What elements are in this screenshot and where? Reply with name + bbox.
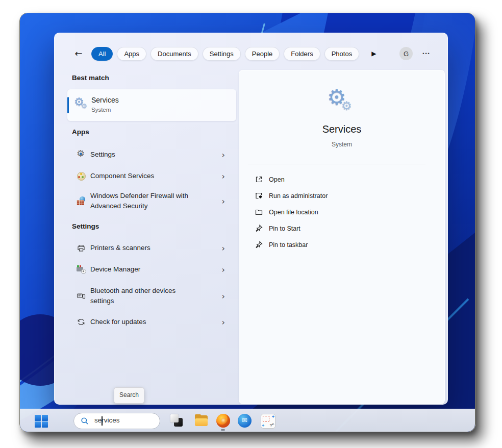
preview-panel: ⚙ ⚙ Services System Open bbox=[239, 70, 445, 404]
firefox-running-indicator bbox=[221, 429, 225, 431]
result-windows-defender-firewall[interactable]: Windows Defender Firewall with Advanced … bbox=[67, 188, 236, 214]
folder-icon bbox=[255, 208, 263, 216]
thunderbird-icon[interactable]: ✉ bbox=[238, 414, 252, 428]
divider bbox=[248, 164, 425, 164]
best-match-heading: Best match bbox=[72, 74, 109, 82]
refresh-icon bbox=[77, 317, 86, 327]
more-filters-icon[interactable]: ▶ bbox=[368, 49, 379, 58]
filter-tab-people[interactable]: People bbox=[245, 47, 280, 61]
result-printers-scanners[interactable]: Printers & scanners › bbox=[67, 239, 236, 257]
action-open[interactable]: Open bbox=[248, 173, 432, 186]
settings-section-heading: Settings bbox=[72, 222, 99, 230]
chevron-right-icon: › bbox=[222, 196, 225, 206]
selection-accent-bar bbox=[67, 97, 69, 113]
folder-front bbox=[195, 418, 208, 426]
best-match-subtitle: System bbox=[91, 107, 111, 113]
result-label: Printers & scanners bbox=[90, 243, 150, 253]
result-label: Component Services bbox=[90, 171, 154, 181]
more-options-icon[interactable]: ••• bbox=[419, 47, 434, 60]
action-label: Open file location bbox=[269, 209, 318, 216]
search-icon bbox=[81, 417, 89, 425]
action-pin-to-start[interactable]: Pin to Start bbox=[248, 222, 432, 235]
taskbar: services ✉ + + ✂ bbox=[20, 409, 475, 432]
firefox-core bbox=[221, 418, 227, 424]
result-label: Windows Defender Firewall with Advanced … bbox=[90, 191, 200, 211]
result-bluetooth-devices[interactable]: Bluetooth and other devices settings › bbox=[67, 283, 236, 309]
search-flyout-window: ← All Apps Documents Settings People Fol… bbox=[54, 33, 448, 405]
open-external-icon bbox=[255, 175, 263, 184]
filter-tab-apps[interactable]: Apps bbox=[117, 47, 146, 61]
screenshot-tool-icon[interactable]: + + ✂ bbox=[261, 414, 274, 428]
plus-glyph: + bbox=[262, 423, 264, 428]
preview-subtitle: System bbox=[239, 141, 444, 148]
action-label: Pin to Start bbox=[269, 225, 300, 232]
filter-tab-folders[interactable]: Folders bbox=[284, 47, 320, 61]
pin-icon bbox=[255, 240, 263, 249]
search-input-value: services bbox=[94, 416, 120, 424]
printer-icon bbox=[77, 243, 86, 253]
admin-shield-icon bbox=[255, 191, 263, 200]
filter-tab-all[interactable]: All bbox=[91, 47, 113, 61]
back-arrow-icon[interactable]: ← bbox=[73, 48, 84, 59]
plus-glyph: + bbox=[272, 414, 274, 419]
best-match-result-services[interactable]: ⚙ ⚙ Services System bbox=[67, 89, 236, 121]
desktop-screen: ← All Apps Documents Settings People Fol… bbox=[19, 13, 475, 432]
chevron-right-icon: › bbox=[222, 317, 225, 327]
preview-title: Services bbox=[239, 123, 444, 135]
filter-tab-documents[interactable]: Documents bbox=[150, 47, 198, 61]
firefox-icon[interactable] bbox=[216, 414, 230, 428]
action-label: Open bbox=[269, 176, 285, 183]
result-label: Bluetooth and other devices settings bbox=[90, 286, 200, 306]
device-manager-icon bbox=[77, 265, 86, 274]
windows-logo-icon bbox=[35, 415, 47, 428]
screenshot-tool-body: + + ✂ bbox=[261, 414, 275, 429]
account-avatar[interactable]: G bbox=[399, 47, 413, 60]
component-services-icon bbox=[77, 171, 86, 181]
services-gears-icon: ⚙ ⚙ bbox=[74, 96, 89, 112]
envelope-glyph: ✉ bbox=[238, 416, 252, 424]
services-gears-icon-large: ⚙ ⚙ bbox=[327, 87, 358, 115]
filter-tab-settings[interactable]: Settings bbox=[203, 47, 241, 61]
pin-icon bbox=[255, 224, 263, 233]
settings-gear-icon: ⚙ bbox=[77, 150, 86, 159]
firewall-icon bbox=[77, 196, 86, 206]
filter-tabs-bar: ← All Apps Documents Settings People Fol… bbox=[73, 46, 379, 61]
bluetooth-devices-icon bbox=[77, 291, 86, 301]
filter-tab-photos[interactable]: Photos bbox=[324, 47, 359, 61]
result-label: Settings bbox=[90, 150, 115, 160]
best-match-title: Services bbox=[91, 96, 119, 104]
action-pin-to-taskbar[interactable]: Pin to taskbar bbox=[248, 238, 432, 252]
start-button[interactable] bbox=[34, 413, 49, 429]
selection-box bbox=[263, 416, 269, 421]
result-settings[interactable]: ⚙ Settings › bbox=[67, 145, 236, 164]
scissors-glyph: ✂ bbox=[268, 421, 275, 429]
result-label: Check for updates bbox=[90, 317, 146, 327]
result-label: Device Manager bbox=[90, 264, 140, 275]
action-label: Run as administrator bbox=[269, 192, 328, 200]
task-view-front-square bbox=[170, 414, 179, 422]
action-label: Pin to taskbar bbox=[269, 241, 308, 248]
result-component-services[interactable]: Component Services › bbox=[67, 167, 236, 185]
apps-section-heading: Apps bbox=[72, 128, 89, 136]
task-view-icon[interactable] bbox=[170, 414, 184, 428]
result-check-for-updates[interactable]: Check for updates › bbox=[67, 313, 236, 331]
file-explorer-icon[interactable] bbox=[194, 414, 208, 428]
chevron-right-icon: › bbox=[222, 150, 225, 160]
search-tooltip: Search bbox=[114, 387, 144, 404]
action-open-file-location[interactable]: Open file location bbox=[248, 206, 432, 219]
taskbar-search-input[interactable]: services bbox=[73, 413, 160, 429]
result-device-manager[interactable]: Device Manager › bbox=[67, 260, 236, 279]
chevron-right-icon: › bbox=[222, 243, 225, 253]
text-caret bbox=[102, 416, 103, 426]
chevron-right-icon: › bbox=[222, 265, 225, 275]
chevron-right-icon: › bbox=[222, 291, 225, 301]
action-run-as-administrator[interactable]: Run as administrator bbox=[248, 189, 432, 203]
thunderbird-circle: ✉ bbox=[238, 414, 252, 428]
chevron-right-icon: › bbox=[222, 171, 225, 181]
